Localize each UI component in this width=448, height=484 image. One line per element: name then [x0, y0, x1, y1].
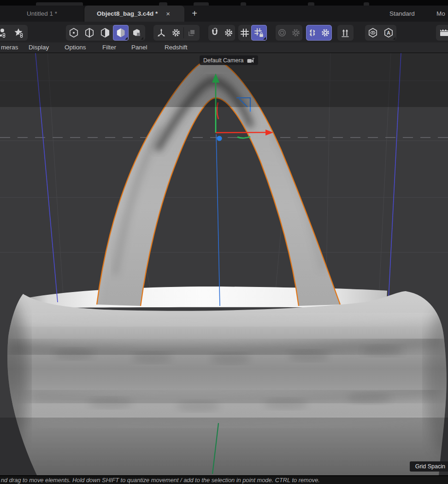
up-arrows-group — [337, 25, 354, 41]
workplane-icon — [186, 27, 197, 38]
flyout-corner — [125, 37, 128, 40]
top-strip-remnant — [364, 2, 369, 6]
axis-settings-gear-icon — [171, 27, 182, 38]
selection-link-group — [0, 25, 28, 41]
rings-group — [276, 25, 302, 41]
menu-filter[interactable]: Filter — [102, 42, 116, 53]
status-bar: nd drag to move elements. Hold down SHIF… — [0, 475, 448, 484]
camera-label-text: Default Camera — [203, 57, 244, 64]
move-axes-button[interactable] — [153, 25, 169, 41]
new-tab-button[interactable]: + — [188, 6, 201, 22]
polygons-mode-icon — [100, 27, 111, 38]
snap-settings-gear-button[interactable] — [221, 25, 236, 41]
object-link-button[interactable] — [0, 25, 9, 41]
grid-group — [238, 25, 265, 41]
top-strip-remnant — [194, 2, 209, 6]
annotate-letter: A — [387, 30, 390, 36]
axis-settings-gear-button[interactable] — [168, 25, 184, 41]
hexagon-eye-icon — [367, 27, 378, 38]
grid-icon — [239, 27, 250, 38]
menu-display[interactable]: Display — [29, 42, 49, 53]
viewport-menubar: meras Display Options Filter Panel Redsh… — [0, 42, 448, 53]
mode-label-clipped[interactable]: Mo — [436, 6, 445, 22]
grid-spacing-label: Grid Spacin — [410, 461, 448, 472]
hexagon-eye-button[interactable] — [365, 25, 381, 41]
snap-group — [208, 25, 235, 41]
double-up-arrows-button[interactable] — [337, 25, 353, 41]
star-link-icon — [13, 27, 24, 38]
flyout-corner — [263, 37, 266, 40]
rings-button[interactable] — [274, 25, 290, 41]
rings-settings-gear-button[interactable] — [288, 25, 304, 41]
snap-settings-gear-icon — [223, 27, 234, 38]
symmetry-butterfly-icon — [307, 27, 318, 38]
axis-group — [153, 25, 200, 41]
top-strip — [0, 0, 448, 6]
menu-panel[interactable]: Panel — [131, 42, 147, 53]
axis-handle-blue-dot[interactable] — [217, 136, 222, 141]
tab-object8-bag[interactable]: Object8_bag_3.c4d * × — [84, 6, 184, 22]
viewport-scene — [0, 53, 448, 475]
edges-mode-icon — [84, 27, 95, 38]
top-strip-remnant — [159, 2, 167, 6]
menu-cameras-clipped[interactable]: meras — [1, 42, 18, 53]
symmetry-settings-gear-button[interactable] — [318, 25, 333, 41]
tab-label: Object8_bag_3.c4d * — [97, 10, 158, 17]
renderer-label[interactable]: Standard — [389, 6, 415, 22]
view-hex-group: A — [365, 25, 396, 41]
menu-redshift[interactable]: Redshift — [165, 42, 188, 53]
render-frame-bottom-band — [0, 418, 448, 475]
grid-button[interactable] — [237, 25, 253, 41]
render-clapper-icon — [439, 27, 448, 38]
star-link-button[interactable] — [11, 25, 27, 41]
main-toolbar: A — [0, 22, 448, 42]
quantize-grid-lock-button[interactable] — [251, 25, 267, 41]
flyout-corner — [141, 37, 143, 40]
camera-icon — [247, 58, 254, 63]
axis-arrow-red-shaft[interactable] — [216, 132, 266, 133]
camera-label[interactable]: Default Camera — [200, 55, 258, 65]
close-tab-icon[interactable]: × — [164, 9, 172, 18]
menu-options[interactable]: Options — [65, 42, 86, 53]
mode-group — [66, 25, 145, 41]
flyout-corner — [393, 37, 395, 40]
status-text: nd drag to move elements. Hold down SHIF… — [0, 476, 448, 484]
workplane-button[interactable] — [184, 25, 200, 41]
snap-magnet-button[interactable] — [207, 25, 223, 41]
tab-label: Untitled 1 * — [27, 10, 57, 17]
tab-untitled[interactable]: Untitled 1 * — [0, 6, 84, 22]
rings-settings-gear-icon — [290, 27, 301, 38]
model-mode-button[interactable] — [113, 25, 129, 41]
symmetry-group — [306, 25, 332, 41]
top-strip-remnant — [308, 2, 314, 6]
top-strip-remnant — [241, 2, 246, 6]
double-up-arrows-icon — [340, 27, 351, 38]
3d-viewport[interactable]: Default Camera Grid Spacin — [0, 53, 448, 475]
cinema4d-window: Untitled 1 * Object8_bag_3.c4d * × + Sta… — [0, 0, 448, 484]
hexagon-annotate-button[interactable]: A — [381, 25, 396, 41]
move-axes-icon — [156, 27, 167, 38]
render-group — [436, 25, 448, 41]
symmetry-settings-gear-icon — [320, 27, 331, 38]
object-axis-mode-button[interactable] — [129, 25, 144, 41]
rings-icon — [277, 27, 288, 38]
top-strip-remnant — [36, 2, 83, 6]
points-mode-icon — [68, 27, 79, 38]
object-link-icon — [0, 27, 7, 38]
polygons-mode-button[interactable] — [97, 25, 113, 41]
snap-magnet-icon — [209, 27, 220, 38]
points-mode-button[interactable] — [66, 25, 82, 41]
document-tab-bar: Untitled 1 * Object8_bag_3.c4d * × + Sta… — [0, 6, 448, 22]
render-clapper-button[interactable] — [437, 25, 448, 41]
edges-mode-button[interactable] — [82, 25, 97, 41]
